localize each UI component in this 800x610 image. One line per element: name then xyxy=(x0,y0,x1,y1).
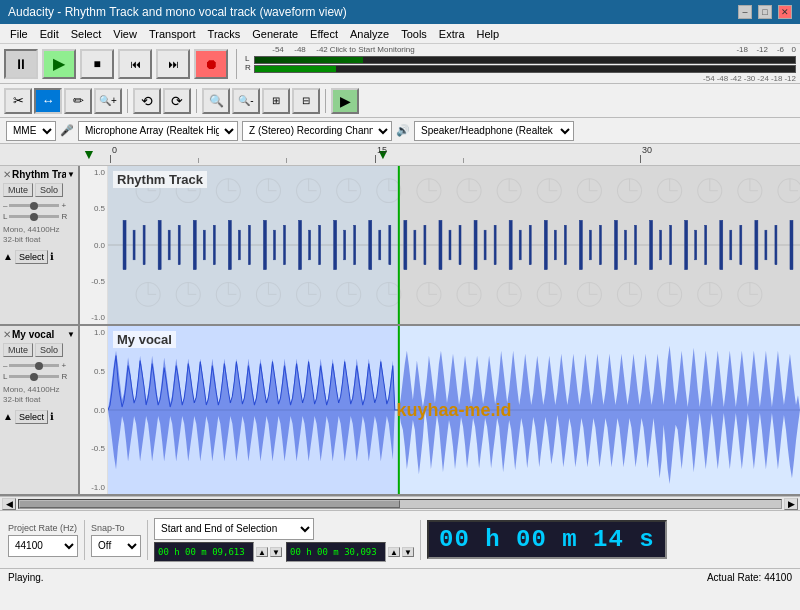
tool-undo[interactable]: ⟲ xyxy=(133,88,161,114)
rhythm-info-icon[interactable]: ℹ xyxy=(50,251,54,262)
vocal-track-controls: ✕ My vocal ▼ Mute Solo – + L R Mono, 441… xyxy=(0,326,80,494)
svg-rect-114 xyxy=(284,225,286,265)
svg-rect-106 xyxy=(193,220,196,269)
vocal-track-close[interactable]: ✕ xyxy=(3,329,11,340)
close-button[interactable]: ✕ xyxy=(778,5,792,19)
speaker-select[interactable]: Speaker/Headphone (Realtek High xyxy=(414,121,574,141)
scrollbar-thumb[interactable] xyxy=(19,500,400,508)
rhythm-collapse-icon[interactable]: ▲ xyxy=(3,251,13,262)
lr-labels: L R xyxy=(245,55,251,73)
title-bar-controls[interactable]: – □ ✕ xyxy=(738,5,792,19)
skip-back-button[interactable]: ⏮ xyxy=(118,49,152,79)
click-to-start[interactable]: Click to Start Monitoring xyxy=(330,45,726,54)
rhythm-waveform-area[interactable]: Rhythm Track xyxy=(108,166,800,324)
svg-rect-119 xyxy=(344,230,346,260)
svg-rect-137 xyxy=(554,230,556,260)
vocal-select-button[interactable]: Select xyxy=(15,410,48,424)
status-bar: Playing. Actual Rate: 44100 xyxy=(0,568,800,586)
rhythm-track-dropdown[interactable]: ▼ xyxy=(67,170,75,179)
project-rate-select[interactable]: 44100 xyxy=(8,535,78,557)
vocal-pan-slider[interactable] xyxy=(9,375,59,378)
stop-button[interactable]: ■ xyxy=(80,49,114,79)
svg-rect-136 xyxy=(544,220,547,269)
svg-rect-146 xyxy=(660,230,662,260)
menu-generate[interactable]: Generate xyxy=(246,26,304,42)
selection-end-input[interactable]: 00 h 00 m 30,093 s xyxy=(286,542,386,562)
play-button[interactable]: ▶ xyxy=(42,49,76,79)
svg-rect-129 xyxy=(459,225,461,265)
scroll-left-button[interactable]: ◀ xyxy=(2,498,16,510)
vocal-mute-button[interactable]: Mute xyxy=(3,343,33,357)
rhythm-gain-slider[interactable] xyxy=(9,204,59,207)
sel-end-up[interactable]: ▲ xyxy=(388,547,400,557)
rhythm-mute-button[interactable]: Mute xyxy=(3,183,33,197)
skip-fwd-button[interactable]: ⏭ xyxy=(156,49,190,79)
rhythm-y-axis: 1.0 0.5 0.0 -0.5 -1.0 xyxy=(80,166,108,324)
selection-group: Start and End of Selection 00 h 00 m 09,… xyxy=(154,518,414,562)
sel-end-down[interactable]: ▼ xyxy=(402,547,414,557)
rhythm-track-row: ✕ Rhythm Trac ▼ Mute Solo – + L R Mono, … xyxy=(0,166,800,326)
vocal-collapse-icon[interactable]: ▲ xyxy=(3,411,13,422)
vocal-info-icon[interactable]: ℹ xyxy=(50,411,54,422)
menu-edit[interactable]: Edit xyxy=(34,26,65,42)
sel-start-up[interactable]: ▲ xyxy=(256,547,268,557)
menu-extra[interactable]: Extra xyxy=(433,26,471,42)
menu-select[interactable]: Select xyxy=(65,26,108,42)
svg-rect-104 xyxy=(168,230,170,260)
svg-rect-117 xyxy=(319,225,321,265)
tool-zoom-out-btn[interactable]: 🔍- xyxy=(232,88,260,114)
tool-fit-project[interactable]: ⊞ xyxy=(262,88,290,114)
menu-analyze[interactable]: Analyze xyxy=(344,26,395,42)
tool-zoom-in[interactable]: 🔍+ xyxy=(94,88,122,114)
vocal-solo-button[interactable]: Solo xyxy=(35,343,63,357)
tool-draw[interactable]: ✏ xyxy=(64,88,92,114)
rhythm-select-button[interactable]: Select xyxy=(15,250,48,264)
tool-select[interactable]: ↔ xyxy=(34,88,62,114)
menu-help[interactable]: Help xyxy=(471,26,506,42)
svg-rect-140 xyxy=(589,230,591,260)
snap-to-select[interactable]: Off xyxy=(91,535,141,557)
tool-play-region[interactable]: ▶ xyxy=(331,88,359,114)
menu-view[interactable]: View xyxy=(107,26,143,42)
selection-start-input[interactable]: 00 h 00 m 09,613 s xyxy=(154,542,254,562)
menu-file[interactable]: File xyxy=(4,26,34,42)
tool-fit-track[interactable]: ⊟ xyxy=(292,88,320,114)
svg-rect-120 xyxy=(354,225,356,265)
scrollbar-track[interactable] xyxy=(18,499,782,509)
snap-to-group: Snap-To Off xyxy=(91,523,141,557)
tool-zoom-in-btn[interactable]: 🔍 xyxy=(202,88,230,114)
maximize-button[interactable]: □ xyxy=(758,5,772,19)
vocal-gain-slider[interactable] xyxy=(9,364,59,367)
device-toolbar: MME 🎤 Microphone Array (Realtek High Z (… xyxy=(0,118,800,144)
minimize-button[interactable]: – xyxy=(738,5,752,19)
selection-type-select[interactable]: Start and End of Selection xyxy=(154,518,314,540)
project-rate-label: Project Rate (Hz) xyxy=(8,523,78,533)
pause-button[interactable]: ⏸ xyxy=(4,49,38,79)
sel-start-down[interactable]: ▼ xyxy=(270,547,282,557)
menu-effect[interactable]: Effect xyxy=(304,26,344,42)
menu-tracks[interactable]: Tracks xyxy=(202,26,247,42)
svg-rect-128 xyxy=(449,230,451,260)
channel-select[interactable]: Z (Stereo) Recording Chann xyxy=(242,121,392,141)
svg-rect-110 xyxy=(238,230,240,260)
rhythm-track-close[interactable]: ✕ xyxy=(3,169,11,180)
rhythm-solo-button[interactable]: Solo xyxy=(35,183,63,197)
host-select[interactable]: MME xyxy=(6,121,56,141)
record-button[interactable]: ⏺ xyxy=(194,49,228,79)
timeline-ruler[interactable]: ▼ ▼ 0 15 30 xyxy=(0,144,800,166)
vocal-track-dropdown[interactable]: ▼ xyxy=(67,330,75,339)
svg-rect-138 xyxy=(564,225,566,265)
tool-scissors[interactable]: ✂ xyxy=(4,88,32,114)
horizontal-scrollbar[interactable]: ◀ ▶ xyxy=(0,496,800,510)
svg-rect-156 xyxy=(775,225,777,265)
microphone-select[interactable]: Microphone Array (Realtek High xyxy=(78,121,238,141)
rhythm-pan-slider[interactable] xyxy=(9,215,59,218)
menu-transport[interactable]: Transport xyxy=(143,26,202,42)
menu-tools[interactable]: Tools xyxy=(395,26,433,42)
svg-rect-115 xyxy=(299,220,302,269)
svg-rect-103 xyxy=(158,220,161,269)
vocal-waveform-area[interactable]: My vocal kuyhaa-me.id xyxy=(108,326,800,494)
svg-rect-133 xyxy=(509,220,512,269)
tool-redo[interactable]: ⟳ xyxy=(163,88,191,114)
scroll-right-button[interactable]: ▶ xyxy=(784,498,798,510)
